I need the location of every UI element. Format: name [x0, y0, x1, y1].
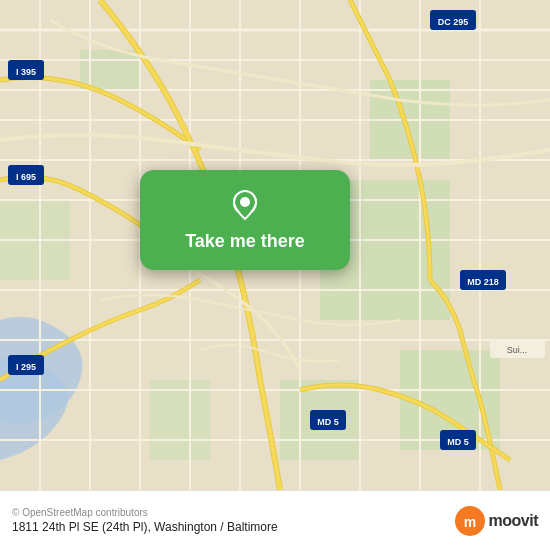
moovit-logo: m moovit [455, 506, 538, 536]
address-text: 1811 24th Pl SE (24th Pl), Washington / … [12, 520, 447, 534]
info-bar: © OpenStreetMap contributors 1811 24th P… [0, 490, 550, 550]
svg-text:I 695: I 695 [16, 172, 36, 182]
svg-text:MD 218: MD 218 [467, 277, 499, 287]
address-section: © OpenStreetMap contributors 1811 24th P… [12, 507, 447, 534]
svg-text:I 295: I 295 [16, 362, 36, 372]
svg-text:MD 5: MD 5 [317, 417, 339, 427]
svg-point-45 [240, 197, 250, 207]
take-me-there-button[interactable]: Take me there [140, 170, 350, 270]
svg-text:m: m [463, 514, 475, 530]
svg-rect-7 [150, 380, 210, 460]
moovit-icon: m [455, 506, 485, 536]
button-label: Take me there [185, 231, 305, 252]
svg-text:Sui...: Sui... [507, 345, 528, 355]
svg-text:MD 5: MD 5 [447, 437, 469, 447]
copyright-text: © OpenStreetMap contributors [12, 507, 447, 518]
map-view: I 395 I 695 I 295 DC 295 MD 218 MD 5 MD … [0, 0, 550, 490]
map-pin-icon [227, 189, 263, 225]
svg-text:DC 295: DC 295 [438, 17, 469, 27]
svg-text:I 395: I 395 [16, 67, 36, 77]
moovit-text: moovit [489, 512, 538, 530]
